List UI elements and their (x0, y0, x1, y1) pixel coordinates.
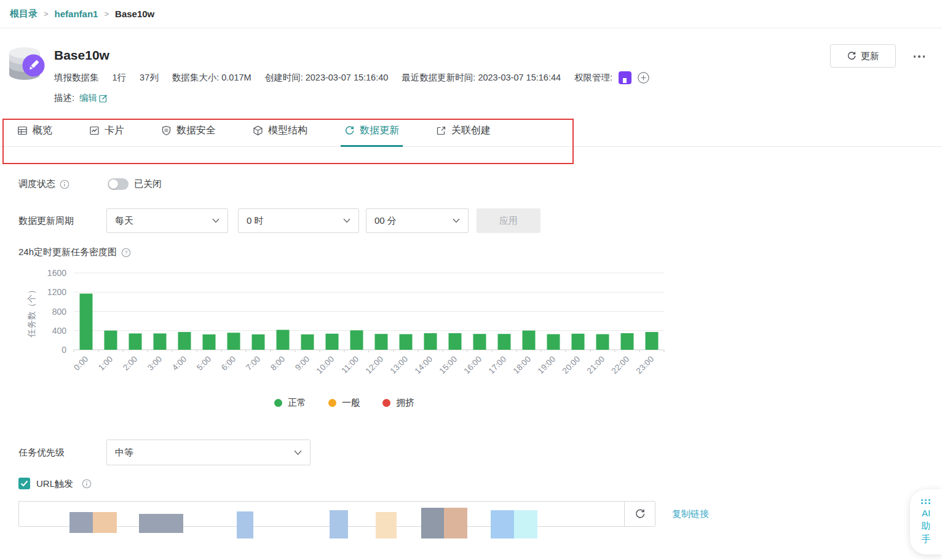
svg-text:21:00: 21:00 (585, 355, 607, 376)
info-icon[interactable] (60, 179, 69, 189)
apply-button[interactable]: 应用 (477, 208, 540, 233)
url-trigger-checkbox[interactable] (18, 478, 30, 489)
ai-assistant-button[interactable]: AI 助 手 (910, 489, 942, 554)
dataset-meta: 填报数据集 1行 37列 数据集大小: 0.017M 创建时间: 2023-03… (54, 71, 649, 84)
legend-item-medium: 一般 (328, 397, 360, 409)
breadcrumb-separator: > (104, 9, 109, 18)
dataset-updated: 最近数据更新时间: 2023-03-07 15:16:44 (402, 72, 561, 84)
description-edit-link[interactable]: 编辑 (79, 92, 108, 104)
svg-text:11:00: 11:00 (339, 355, 360, 376)
card-chart-icon (89, 125, 100, 136)
dataset-rows: 1行 (113, 72, 127, 84)
tab-bar: 概览 卡片 数据安全 模型结构 (0, 114, 942, 147)
redaction-block (421, 508, 444, 538)
minute-select[interactable]: 00 分 (366, 208, 469, 233)
dataset-size: 数据集大小: 0.017M (172, 72, 251, 84)
relation-create-icon (436, 125, 446, 136)
legend-item-normal: 正常 (274, 397, 306, 409)
frequency-select[interactable]: 每天 (106, 208, 228, 233)
svg-text:0: 0 (61, 345, 66, 355)
svg-text:2:00: 2:00 (121, 355, 139, 373)
redaction-block (93, 512, 117, 533)
copy-link-button[interactable]: 复制链接 (672, 508, 709, 520)
svg-text:14:00: 14:00 (413, 355, 435, 376)
shield-icon (161, 125, 172, 136)
svg-text:3:00: 3:00 (146, 355, 164, 373)
chevron-down-icon (453, 218, 460, 223)
cube-icon (253, 125, 263, 136)
breadcrumb-parent-link[interactable]: hefanfan1 (55, 9, 98, 19)
tab-relation-create[interactable]: 关联创建 (436, 114, 491, 147)
hour-select[interactable]: 0 时 (238, 208, 359, 233)
regenerate-url-button[interactable] (624, 502, 655, 526)
tab-data-security[interactable]: 数据安全 (161, 114, 216, 147)
schedule-status-label: 调度状态 (18, 178, 55, 190)
check-icon (20, 480, 28, 487)
svg-text:12:00: 12:00 (364, 355, 386, 376)
edit-icon (99, 94, 108, 103)
breadcrumb-current: Base10w (115, 9, 154, 19)
svg-text:15:00: 15:00 (438, 355, 459, 376)
refresh-icon (344, 125, 355, 136)
chart-legend: 正常 一般 拥挤 (0, 397, 689, 409)
svg-text:10:00: 10:00 (315, 355, 336, 376)
svg-text:7:00: 7:00 (244, 355, 262, 373)
svg-text:23:00: 23:00 (635, 355, 656, 376)
redaction-block (237, 511, 253, 538)
chevron-down-icon (294, 450, 302, 455)
svg-text:1600: 1600 (47, 268, 66, 278)
ai-assistant-text: AI (922, 508, 930, 518)
svg-text:800: 800 (52, 307, 67, 317)
ai-assistant-text: 手 (922, 534, 931, 545)
legend-dot-medium (328, 399, 336, 407)
svg-text:1:00: 1:00 (97, 355, 114, 373)
svg-text:4:00: 4:00 (170, 355, 188, 373)
page-title: Base10w (54, 48, 109, 63)
legend-dot-normal (274, 399, 282, 407)
dataset-icon (7, 47, 48, 87)
tab-cards[interactable]: 卡片 (89, 114, 124, 147)
svg-text:6:00: 6:00 (220, 355, 237, 373)
ai-assistant-text: 助 (922, 520, 931, 532)
edit-pencil-badge (22, 54, 45, 77)
tab-model-structure[interactable]: 模型结构 (253, 114, 307, 147)
redaction-block (491, 510, 514, 538)
chart-title: 24h定时更新任务密度图 (18, 246, 117, 258)
task-density-chart: 0400800120016000:001:002:003:004:005:006… (25, 267, 670, 390)
svg-text:17:00: 17:00 (487, 355, 509, 376)
task-priority-select[interactable]: 中等 (106, 440, 311, 465)
help-icon[interactable]: ? (121, 248, 131, 258)
description-label: 描述: (54, 92, 74, 104)
legend-item-crowded: 拥挤 (382, 397, 414, 409)
info-icon[interactable] (82, 479, 92, 489)
chevron-down-icon (212, 218, 220, 223)
tab-overview[interactable]: 概览 (17, 114, 52, 147)
permission-label: 权限管理: (574, 72, 612, 84)
update-button[interactable]: 更新 (830, 44, 896, 68)
svg-text:1200: 1200 (47, 287, 66, 297)
svg-text:?: ? (124, 249, 127, 256)
schedule-status-value: 已关闭 (134, 178, 162, 190)
breadcrumb-root-link[interactable]: 根目录 (10, 8, 38, 20)
redaction-block (330, 510, 348, 538)
svg-text:9:00: 9:00 (293, 355, 311, 373)
redaction-block (69, 512, 93, 533)
svg-text:13:00: 13:00 (389, 355, 410, 376)
dataset-cols: 37列 (140, 72, 159, 84)
refresh-icon (847, 51, 857, 61)
more-menu-icon[interactable] (914, 55, 925, 58)
url-trigger-label: URL触发 (36, 478, 73, 490)
update-cycle-label: 数据更新周期 (18, 208, 74, 233)
dots-grid-icon (921, 499, 931, 504)
svg-text:400: 400 (52, 326, 67, 336)
legend-dot-crowded (382, 399, 390, 407)
add-permission-icon[interactable] (638, 72, 649, 84)
permission-avatar[interactable] (619, 71, 631, 84)
schedule-toggle[interactable] (108, 178, 129, 190)
redaction-block (444, 508, 467, 538)
dataset-header: Base10w 填报数据集 1行 37列 数据集大小: 0.017M 创建时间:… (0, 28, 942, 114)
svg-text:20:00: 20:00 (561, 355, 582, 376)
svg-text:19:00: 19:00 (536, 355, 558, 376)
tab-data-update[interactable]: 数据更新 (344, 114, 399, 147)
dataset-created: 创建时间: 2023-03-07 15:16:40 (265, 72, 389, 84)
